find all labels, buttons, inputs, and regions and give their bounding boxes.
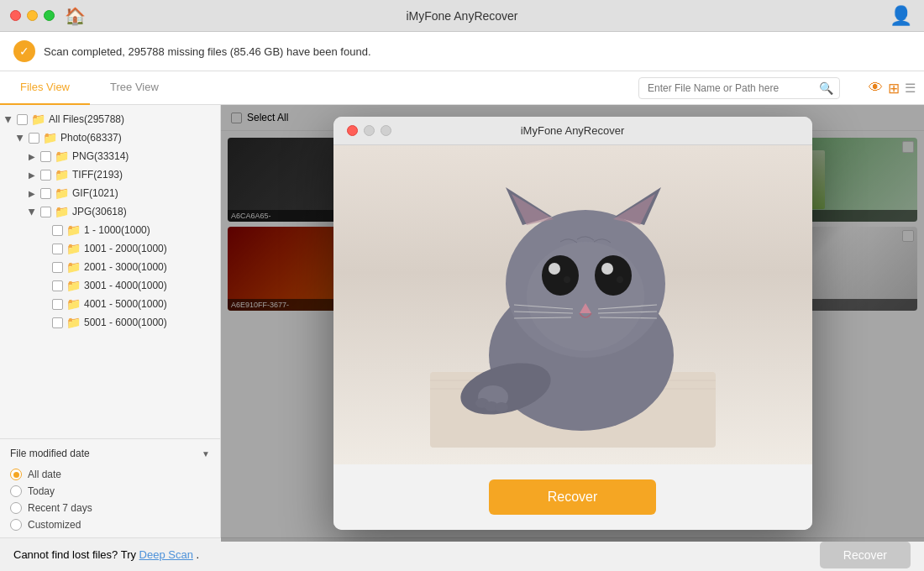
radio-today[interactable]: Today xyxy=(10,483,210,500)
label-gif: GIF(1021) xyxy=(72,187,118,199)
svg-point-20 xyxy=(564,276,570,283)
tree-item-jpg-6[interactable]: 📁 5001 - 6000(1000) xyxy=(0,313,220,332)
filter-dropdown[interactable]: File modified date ▼ xyxy=(10,448,210,459)
status-message: Cannot find lost files? Try Deep Scan . xyxy=(13,548,199,561)
checkbox-png[interactable] xyxy=(40,151,51,162)
folder-icon-gif: 📁 xyxy=(55,186,69,200)
file-tree: ▶ 📁 All Files(295788) ▶ 📁 Photo(68337) ▶… xyxy=(0,105,220,438)
folder-icon-jpg-4: 📁 xyxy=(66,279,81,292)
close-button[interactable] xyxy=(10,10,21,21)
modal-footer: Recover xyxy=(333,464,812,530)
checkbox-all-files[interactable] xyxy=(17,114,28,125)
tree-item-jpg-1[interactable]: 📁 1 - 1000(1000) xyxy=(0,221,220,239)
label-jpg-6: 5001 - 6000(1000) xyxy=(84,317,167,328)
svg-point-17 xyxy=(595,255,632,296)
radio-circle-recent-7 xyxy=(10,502,22,514)
modal-close-button[interactable] xyxy=(347,125,358,136)
checkbox-jpg-4[interactable] xyxy=(52,280,63,291)
search-bar: 🔍 xyxy=(638,77,840,99)
tree-item-tiff[interactable]: ▶ 📁 TIFF(2193) xyxy=(0,165,220,184)
folder-icon-jpg-1: 📁 xyxy=(66,223,81,237)
radio-recent-7[interactable]: Recent 7 days xyxy=(10,500,210,516)
home-icon-wrap[interactable]: 🏠 xyxy=(65,6,86,26)
tree-item-all-files[interactable]: ▶ 📁 All Files(295788) xyxy=(0,110,220,128)
checkbox-jpg-1[interactable] xyxy=(52,225,63,236)
tree-item-jpg-3[interactable]: 📁 2001 - 3000(1000) xyxy=(0,258,220,276)
radio-label-customized: Customized xyxy=(28,519,81,531)
user-icon-wrap[interactable]: 👤 xyxy=(890,5,912,27)
modal-maximize-button[interactable] xyxy=(381,125,391,136)
list-view-icon[interactable]: ☰ xyxy=(905,81,916,96)
modal-minimize-button[interactable] xyxy=(364,125,375,136)
checkbox-jpg-5[interactable] xyxy=(52,299,63,310)
label-jpg-1: 1 - 1000(1000) xyxy=(84,224,150,236)
tree-item-photo[interactable]: ▶ 📁 Photo(68337) xyxy=(0,128,220,147)
folder-icon-jpg-2: 📁 xyxy=(66,242,81,255)
radio-label-today: Today xyxy=(28,485,55,497)
tree-item-jpg-2[interactable]: 📁 1001 - 2000(1000) xyxy=(0,239,220,258)
deep-scan-link[interactable]: Deep Scan xyxy=(139,548,193,561)
radio-circle-customized xyxy=(10,519,22,531)
modal-window: iMyFone AnyRecover xyxy=(333,117,812,530)
tree-item-png[interactable]: ▶ 📁 PNG(33314) xyxy=(0,147,220,165)
minimize-button[interactable] xyxy=(27,10,38,21)
label-jpg-4: 3001 - 4000(1000) xyxy=(84,280,167,291)
svg-point-16 xyxy=(542,255,579,296)
modal-recover-button[interactable]: Recover xyxy=(489,479,657,515)
folder-icon-jpg-3: 📁 xyxy=(66,260,81,274)
label-all-files: All Files(295788) xyxy=(49,113,124,125)
arrow-jpg: ▶ xyxy=(28,207,37,217)
checkbox-tiff[interactable] xyxy=(40,170,51,181)
tree-item-jpg-4[interactable]: 📁 3001 - 4000(1000) xyxy=(0,276,220,295)
title-bar: 🏠 iMyFone AnyRecover 👤 xyxy=(0,0,924,32)
scan-banner: ✓ Scan completed, 295788 missing files (… xyxy=(0,32,924,71)
arrow-all-files: ▶ xyxy=(4,114,13,124)
folder-icon-jpg: 📁 xyxy=(55,205,69,218)
checkbox-photo[interactable] xyxy=(29,133,39,144)
checkbox-jpg-3[interactable] xyxy=(52,262,63,273)
folder-icon-jpg-6: 📁 xyxy=(66,316,81,329)
view-icons: 👁 ⊞ ☰ xyxy=(869,79,916,97)
tab-tree-view[interactable]: Tree View xyxy=(90,71,179,105)
sidebar: ▶ 📁 All Files(295788) ▶ 📁 Photo(68337) ▶… xyxy=(0,105,221,542)
folder-icon-photo: 📁 xyxy=(43,131,57,144)
app-title: iMyFone AnyRecover xyxy=(406,9,517,23)
modal-title: iMyFone AnyRecover xyxy=(521,124,625,137)
radio-all-date[interactable]: All date xyxy=(10,466,210,483)
search-icon: 🔍 xyxy=(819,81,833,95)
filter-label: File modified date xyxy=(10,448,90,459)
recover-button-main[interactable]: Recover xyxy=(820,542,911,568)
arrow-gif: ▶ xyxy=(27,189,37,198)
checkbox-jpg[interactable] xyxy=(40,207,51,217)
modal-titlebar: iMyFone AnyRecover xyxy=(333,117,812,145)
status-text-after: . xyxy=(197,548,200,561)
label-jpg-3: 2001 - 3000(1000) xyxy=(84,261,167,273)
search-input[interactable] xyxy=(638,77,840,99)
modal-traffic-lights xyxy=(347,125,391,136)
radio-label-all-date: All date xyxy=(28,469,61,480)
tree-item-jpg[interactable]: ▶ 📁 JPG(30618) xyxy=(0,202,220,221)
tab-files-view[interactable]: Files View xyxy=(0,71,90,105)
home-icon: 🏠 xyxy=(65,7,86,25)
traffic-lights xyxy=(10,10,55,21)
svg-point-9 xyxy=(495,402,508,412)
status-bar: Cannot find lost files? Try Deep Scan . … xyxy=(0,537,924,571)
tree-item-jpg-5[interactable]: 📁 4001 - 5000(1000) xyxy=(0,295,220,313)
radio-label-recent-7: Recent 7 days xyxy=(28,502,92,514)
checkbox-jpg-2[interactable] xyxy=(52,244,63,254)
tree-item-gif[interactable]: ▶ 📁 GIF(1021) xyxy=(0,184,220,202)
kitten-image xyxy=(430,162,716,448)
tabs-row: Files View Tree View 🔍 👁 ⊞ ☰ xyxy=(0,71,924,105)
checkbox-jpg-6[interactable] xyxy=(52,317,63,328)
checkbox-gif[interactable] xyxy=(40,188,51,199)
radio-circle-today xyxy=(10,485,22,497)
svg-point-19 xyxy=(601,263,613,275)
maximize-button[interactable] xyxy=(44,10,55,21)
preview-icon[interactable]: 👁 xyxy=(869,80,883,97)
radio-customized[interactable]: Customized xyxy=(10,516,210,533)
search-wrap: 🔍 xyxy=(638,77,840,99)
label-jpg: JPG(30618) xyxy=(72,206,127,217)
grid-view-icon[interactable]: ⊞ xyxy=(888,79,900,97)
label-png: PNG(33314) xyxy=(72,150,129,162)
user-icon: 👤 xyxy=(890,5,912,26)
